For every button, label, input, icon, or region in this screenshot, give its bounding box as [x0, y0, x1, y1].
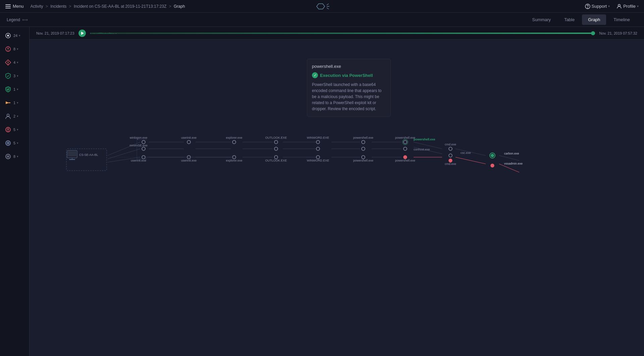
sidebar-item-alert1[interactable]: 8 ▾	[0, 42, 29, 56]
right-actions: Support ▾ Profile ▾	[585, 4, 639, 9]
svg-point-17	[8, 50, 8, 51]
sidebar-count-shield2: 1	[13, 87, 15, 91]
sidebar-item-shield2[interactable]: 1 ▾	[0, 83, 29, 96]
profile-button[interactable]: Profile ▾	[616, 4, 639, 9]
node-ps1[interactable]	[362, 140, 365, 144]
node-ps-red[interactable]	[404, 155, 407, 159]
node-csc[interactable]	[449, 154, 452, 157]
svg-point-8	[587, 8, 588, 8]
support-chevron: ▾	[608, 4, 610, 8]
node-winword1[interactable]	[316, 140, 320, 144]
timeline-end: Nov. 21, 2019 07:57:32	[599, 31, 637, 35]
menu-label: Menu	[13, 4, 24, 9]
svg-text:mmirvSE.exe: mmirvSE.exe	[129, 144, 148, 147]
tab-graph[interactable]: Graph	[582, 14, 606, 25]
node-cmd1[interactable]	[449, 147, 452, 150]
svg-text:explorer.exe: explorer.exe	[226, 136, 242, 139]
svg-text:csc.exe: csc.exe	[461, 151, 471, 154]
node-ps2[interactable]	[362, 147, 365, 150]
shield2-icon	[4, 85, 12, 93]
svg-text:powershell.exe: powershell.exe	[353, 136, 373, 139]
node-ps3[interactable]	[362, 155, 365, 159]
svg-line-6	[327, 8, 329, 9]
sidebar-item-process[interactable]: 24 ▾	[0, 29, 29, 42]
tab-summary[interactable]: Summary	[526, 14, 557, 25]
svg-line-4	[327, 4, 329, 5]
node-ps4[interactable]	[404, 140, 407, 144]
node-winword2[interactable]	[316, 147, 320, 150]
node-mmirvse[interactable]	[142, 147, 145, 150]
node-outlook1[interactable]	[274, 140, 278, 144]
play-button[interactable]	[78, 30, 86, 37]
svg-text:powershell.exe: powershell.exe	[395, 136, 415, 139]
svg-text:conhost.exe: conhost.exe	[414, 148, 430, 151]
sidebar-count-alert1: 8	[13, 47, 15, 51]
svg-point-14	[7, 35, 9, 37]
svg-text:WINWORD.EXE: WINWORD.EXE	[307, 136, 329, 139]
navbar: Legend ⟺ Summary Table Graph Timeline	[0, 13, 644, 27]
process-icon	[4, 32, 12, 40]
svg-point-26	[8, 131, 8, 131]
svg-text:vssadmin.exe: vssadmin.exe	[504, 162, 523, 165]
node-winlogon[interactable]	[142, 140, 145, 144]
logo	[312, 2, 332, 10]
node-outlook2[interactable]	[274, 147, 278, 150]
sidebar-item-flag[interactable]: 8 ▾	[0, 150, 29, 163]
arrow-icon	[4, 99, 12, 107]
help-icon	[585, 4, 590, 9]
user-icon	[616, 4, 622, 9]
svg-point-27	[6, 141, 10, 145]
sidebar-count-process: 24	[13, 34, 17, 38]
sidebar-item-shield1[interactable]: 3 ▾	[0, 69, 29, 83]
alert2-icon	[4, 58, 12, 66]
timeline-fill	[90, 33, 595, 34]
sidebar-item-gear[interactable]: 5 ▾	[0, 136, 29, 150]
tooltip-badge-text: Execution via PowerShell	[320, 73, 373, 78]
flag-icon	[4, 152, 12, 161]
node-winword3[interactable]	[316, 155, 320, 159]
svg-line-56	[108, 149, 140, 159]
alert3-icon	[4, 126, 12, 134]
sidebar: 1 ▾ 24 ▾ 8 ▾	[0, 13, 30, 356]
node-vssadmin[interactable]	[491, 164, 494, 167]
node-userinit2[interactable]	[187, 140, 191, 144]
tooltip-title: powershell.exe	[312, 64, 386, 69]
sidebar-item-alert3[interactable]: 5 ▾	[0, 123, 29, 136]
breadcrumb: Activity > Incidents > Incident on CS-SE…	[31, 4, 585, 9]
timeline-bar: Nov. 21, 2019 07:17:23	[30, 27, 644, 40]
node-conhost[interactable]	[404, 147, 407, 150]
svg-point-20	[8, 64, 8, 64]
sidebar-count-shield1: 3	[13, 74, 15, 78]
sidebar-count-arrow: 1	[13, 101, 15, 105]
svg-text:userinit.exe: userinit.exe	[181, 159, 197, 162]
tab-timeline[interactable]: Timeline	[607, 14, 636, 25]
sidebar-count-gear: 5	[13, 141, 15, 145]
timeline-track[interactable]	[90, 33, 595, 34]
profile-chevron: ▾	[637, 4, 639, 8]
tabs: Summary Table Graph Timeline	[526, 14, 636, 25]
support-button[interactable]: Support ▾	[585, 4, 610, 9]
menu-button[interactable]: Menu	[5, 4, 24, 9]
sidebar-item-user[interactable]: 2 ▾	[0, 109, 29, 123]
svg-point-30	[7, 155, 9, 158]
svg-text:winlogon.exe: winlogon.exe	[129, 136, 148, 139]
timeline-cursor[interactable]	[591, 31, 595, 35]
node-outlook3[interactable]	[274, 155, 278, 159]
sidebar-item-alert2[interactable]: 4 ▾	[0, 56, 29, 69]
node-cmd-red[interactable]	[449, 159, 452, 162]
svg-line-62	[455, 157, 486, 164]
legend-expand-icon[interactable]: ⟺	[22, 17, 28, 22]
svg-text:userinit.exe: userinit.exe	[131, 159, 146, 162]
svg-rect-35	[69, 159, 75, 160]
sidebar-item-arrow[interactable]: 1 ▾	[0, 96, 29, 109]
gear2-icon	[4, 139, 12, 147]
sidebar-count-user: 2	[13, 114, 15, 118]
shield1-icon	[4, 72, 12, 80]
svg-text:carbon.exe: carbon.exe	[504, 152, 519, 155]
node-explorer1[interactable]	[232, 140, 236, 144]
support-label: Support	[592, 4, 607, 9]
svg-rect-1	[5, 6, 11, 7]
tab-table[interactable]: Table	[558, 14, 581, 25]
topbar: Menu Activity > Incidents > Incident on …	[0, 0, 644, 13]
alert1-icon	[4, 45, 12, 53]
